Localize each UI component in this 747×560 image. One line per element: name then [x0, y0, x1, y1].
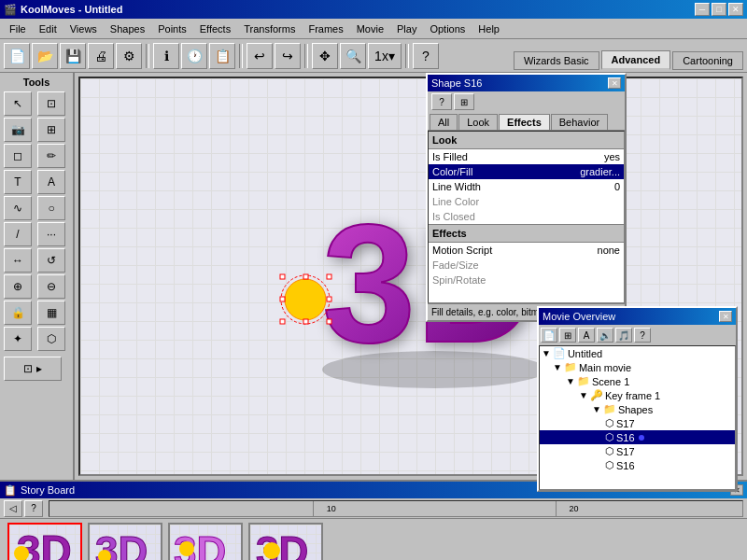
- frame-3-thumbnail[interactable]: 3D: [168, 523, 243, 560]
- clipboard-button[interactable]: 📋: [209, 43, 235, 69]
- shape-tab-look[interactable]: Look: [458, 114, 498, 130]
- title-controls: ─ □ ✕: [695, 3, 743, 16]
- menu-file[interactable]: File: [4, 21, 32, 36]
- movie-tool-5[interactable]: 🎵: [615, 328, 632, 343]
- menu-options[interactable]: Options: [424, 21, 471, 36]
- tools-title: Tools: [4, 77, 69, 88]
- menu-views[interactable]: Views: [64, 21, 103, 36]
- tree-s17-1[interactable]: ⬡ S17: [540, 416, 735, 430]
- redo-button[interactable]: ↪: [275, 43, 301, 69]
- menu-help[interactable]: Help: [472, 21, 505, 36]
- spin-rotate-label: Spin/Rotate: [432, 274, 486, 286]
- select-tool[interactable]: ↖: [4, 91, 32, 116]
- dots-tool[interactable]: ···: [37, 222, 65, 246]
- menu-effects[interactable]: Effects: [194, 21, 236, 36]
- resize-tool[interactable]: ↔: [4, 248, 32, 273]
- menu-points[interactable]: Points: [152, 21, 192, 36]
- tab-cartooning[interactable]: Cartooning: [672, 51, 743, 70]
- shape-help-btn[interactable]: ?: [431, 93, 452, 110]
- extra-tool-1[interactable]: ⊡ ▸: [4, 357, 62, 381]
- pattern-tool[interactable]: ▦: [37, 301, 65, 325]
- hex-tool[interactable]: ⬡: [37, 327, 65, 351]
- menu-shapes[interactable]: Shapes: [105, 21, 150, 36]
- tree-scene1[interactable]: ▼ 📁 Scene 1: [540, 374, 735, 388]
- frame-4[interactable]: 3D 1.0s frame 4: [248, 523, 323, 560]
- tree-untitled[interactable]: ▼ 📄 Untitled: [540, 346, 735, 360]
- tree-keyframe1[interactable]: ▼ 🔑 Key frame 1: [540, 388, 735, 402]
- movie-dialog-close[interactable]: ✕: [719, 311, 732, 322]
- tree-s16-selected[interactable]: ⬡ S16: [540, 430, 735, 444]
- menu-transforms[interactable]: Transforms: [238, 21, 301, 36]
- movie-tool-2[interactable]: ⊞: [559, 328, 576, 343]
- grid-tool[interactable]: ⊞: [37, 118, 65, 142]
- timeline-mark-20: 20: [570, 504, 579, 513]
- print-button[interactable]: 🖨: [88, 43, 114, 69]
- storyboard-icon: 📋: [4, 484, 17, 497]
- open-button[interactable]: 📂: [32, 43, 58, 69]
- tree-shapes[interactable]: ▼ 📁 Shapes: [540, 402, 735, 416]
- menu-movie[interactable]: Movie: [351, 21, 389, 36]
- rotate-tool[interactable]: ↺: [37, 248, 65, 273]
- shape-icon-3: ⬡: [605, 445, 614, 457]
- anchor-tool[interactable]: A: [37, 170, 65, 194]
- timer-button[interactable]: 🕐: [181, 43, 207, 69]
- movie-tool-3[interactable]: A: [578, 328, 595, 343]
- line-color-row: Line Color: [429, 194, 624, 209]
- frame-1-content: 3D: [7, 523, 82, 560]
- line-tool[interactable]: /: [4, 222, 32, 246]
- text-tool[interactable]: T: [4, 170, 32, 194]
- zoom-button[interactable]: 🔍: [340, 43, 366, 69]
- movie-tool-1[interactable]: 📄: [541, 328, 557, 343]
- frame-3[interactable]: 3D 0.7s frame 3: [168, 523, 243, 560]
- minimize-button[interactable]: ─: [695, 3, 710, 16]
- sb-back-btn[interactable]: ◁: [4, 500, 22, 517]
- close-button[interactable]: ✕: [728, 3, 743, 16]
- menu-edit[interactable]: Edit: [34, 21, 63, 36]
- ellipse-tool[interactable]: ○: [37, 196, 65, 220]
- tab-advanced[interactable]: Advanced: [601, 50, 671, 70]
- sb-help-btn[interactable]: ?: [24, 500, 43, 517]
- new-button[interactable]: 📄: [4, 43, 30, 69]
- pencil-tool[interactable]: ✏: [37, 144, 65, 168]
- settings-button[interactable]: ⚙: [116, 43, 142, 69]
- minus-tool[interactable]: ⊖: [37, 274, 65, 299]
- menu-frames[interactable]: Frames: [303, 21, 348, 36]
- color-fill-row[interactable]: Color/Fill gradier...: [429, 164, 624, 179]
- frame-4-thumbnail[interactable]: 3D: [248, 523, 323, 560]
- move-button[interactable]: ✥: [312, 43, 338, 69]
- star-tool[interactable]: ✦: [4, 327, 32, 351]
- movie-tool-6[interactable]: ?: [634, 328, 651, 343]
- shape-tab-behavior[interactable]: Behavior: [551, 114, 608, 130]
- movie-tool-4[interactable]: 🔊: [597, 328, 613, 343]
- rect-tool[interactable]: ◻: [4, 144, 32, 168]
- maximize-button[interactable]: □: [712, 3, 726, 16]
- frame-2-thumbnail[interactable]: 3D: [88, 523, 162, 560]
- tree-s17-2[interactable]: ⬡ S17: [540, 444, 735, 458]
- curve-tool[interactable]: ∿: [4, 196, 32, 220]
- lock-tool[interactable]: 🔒: [4, 301, 32, 325]
- zoom-level[interactable]: 1x▾: [368, 43, 402, 69]
- shape-tab-effects[interactable]: Effects: [499, 114, 550, 130]
- tree-s16-2[interactable]: ⬡ S16: [540, 458, 735, 472]
- marquee-tool[interactable]: ⊡: [37, 91, 65, 116]
- frame-2[interactable]: 3D 0.3s frame 2: [88, 523, 162, 560]
- frame-1-thumbnail[interactable]: 3D: [7, 523, 82, 560]
- tree-untitled-label: Untitled: [568, 348, 602, 359]
- frame-1[interactable]: 3D 0.0s frame 1: [7, 523, 82, 560]
- shape-dialog-close[interactable]: ✕: [608, 77, 621, 89]
- shape-tab-all[interactable]: All: [430, 114, 458, 130]
- help-button[interactable]: ?: [413, 43, 439, 69]
- info-button[interactable]: ℹ: [153, 43, 179, 69]
- tree-main-movie[interactable]: ▼ 📁 Main movie: [540, 360, 735, 374]
- plus-tool[interactable]: ⊕: [4, 274, 32, 299]
- menu-bar: File Edit Views Shapes Points Effects Tr…: [0, 19, 747, 39]
- title-bar: 🎬 KoolMoves - Untitled ─ □ ✕: [0, 0, 747, 19]
- camera-tool[interactable]: 📷: [4, 118, 32, 142]
- frames-container: 3D 0.0s frame 1 3D 0.3s frame 2: [0, 519, 747, 560]
- tab-wizards-basic[interactable]: Wizards Basic: [514, 51, 599, 70]
- undo-button[interactable]: ↩: [247, 43, 273, 69]
- save-button[interactable]: 💾: [60, 43, 86, 69]
- shape-expand-btn[interactable]: ⊞: [454, 93, 474, 110]
- menu-play[interactable]: Play: [391, 21, 422, 36]
- motion-script-value: none: [598, 245, 620, 256]
